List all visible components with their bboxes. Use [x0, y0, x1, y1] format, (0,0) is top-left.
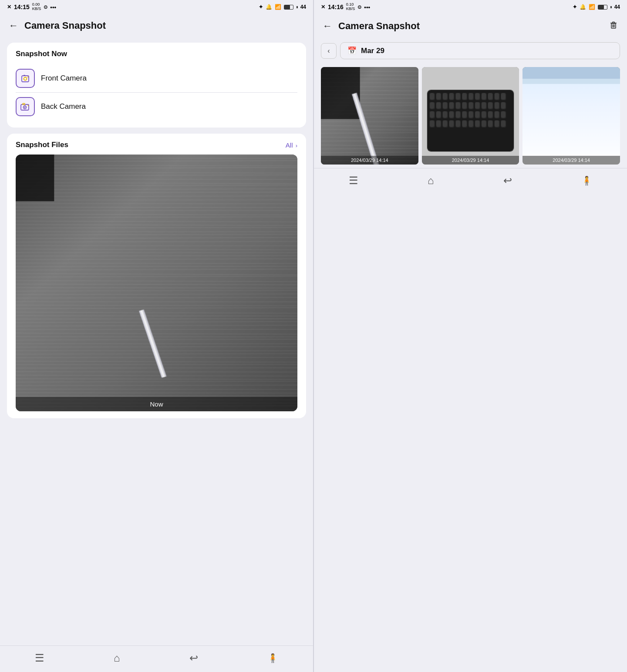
signal-icon: ⊙ [44, 4, 47, 10]
back-nav-icon-right[interactable]: ↩ [503, 175, 512, 187]
alarm-icon: 🔔 [266, 4, 272, 10]
svg-rect-11 [613, 22, 615, 24]
menu-nav-icon-right[interactable]: ☰ [349, 175, 358, 187]
bottom-nav-left: ☰ ⌂ ↩ 🧍 [0, 645, 313, 672]
net-speed-right: 0.10 KB/S [346, 3, 355, 11]
status-bar-right: ✕ 14:16 0.10 KB/S ⊙ ••• ✦ 🔔 📶 44 [314, 0, 627, 14]
wifi-icon: 📶 [275, 4, 281, 10]
trash-icon [609, 20, 618, 30]
snapshot-files-title: Snapshot Files [16, 141, 68, 149]
home-nav-icon-right[interactable]: ⌂ [428, 175, 434, 187]
svg-point-6 [24, 107, 26, 108]
status-right-right: ✦ 🔔 📶 44 [573, 4, 620, 10]
svg-rect-7 [23, 104, 25, 105]
menu-nav-icon-left[interactable]: ☰ [35, 652, 44, 664]
status-left-right: ✕ 14:16 0.10 KB/S ⊙ ••• [321, 3, 370, 11]
status-bar-left: ✕ 14:15 0.00 KB/S ⊙ ••• ✦ 🔔 📶 44 [0, 0, 313, 14]
front-camera-icon [19, 72, 31, 84]
photo-timestamp-2: 2024/03/29 14:14 [522, 156, 620, 165]
photo-grid: 2024/03/29 14:14 2024/03/29 14:14 2024/0… [314, 64, 627, 168]
bluetooth-icon: ✦ [259, 4, 263, 10]
close-icon-right: ✕ [321, 4, 325, 10]
status-time-left: 14:15 [14, 3, 30, 10]
accessibility-nav-icon-left[interactable]: 🧍 [267, 653, 278, 663]
back-camera-label: Back Camera [41, 102, 86, 111]
front-camera-label: Front Camera [41, 74, 87, 83]
photo-thumb-2[interactable]: 2024/03/29 14:14 [522, 67, 620, 165]
photo-thumb-0[interactable]: 2024/03/29 14:14 [321, 67, 418, 165]
trash-button[interactable] [609, 20, 618, 32]
front-camera-icon-wrap [16, 69, 35, 88]
snapshot-files-card: Snapshot Files All › Now [7, 134, 306, 418]
net-speed-left: 0.00 KB/S [32, 3, 41, 11]
svg-point-3 [27, 77, 28, 77]
more-icon-right: ••• [364, 4, 370, 10]
back-button-right[interactable]: ← [323, 20, 332, 32]
content-left: Snapshot Now Front Camera [0, 37, 313, 645]
date-back-button[interactable]: ‹ [321, 43, 337, 59]
svg-rect-2 [24, 75, 25, 76]
status-left: ✕ 14:15 0.00 KB/S ⊙ ••• [7, 3, 56, 11]
battery-tip-right [610, 6, 612, 8]
header-left: ← Camera Snapshot [0, 14, 313, 37]
date-nav: ‹ 📅 Mar 29 [314, 38, 627, 64]
page-title-left: Camera Snapshot [24, 20, 304, 31]
files-header: Snapshot Files All › [16, 141, 297, 149]
more-icon: ••• [50, 4, 56, 10]
svg-point-8 [27, 105, 28, 106]
back-camera-icon [19, 101, 31, 113]
bottom-nav-right: ☰ ⌂ ↩ 🧍 [314, 168, 627, 195]
photo-canvas-0 [321, 67, 418, 165]
battery-label-right: 44 [614, 4, 620, 10]
chevron-right-icon: › [296, 142, 297, 149]
back-button-left[interactable]: ← [9, 20, 18, 31]
date-picker-bar[interactable]: 📅 Mar 29 [340, 42, 620, 59]
home-nav-icon-left[interactable]: ⌂ [114, 652, 120, 664]
snapshot-preview[interactable]: Now [16, 155, 297, 411]
snapshot-canvas [16, 155, 297, 411]
battery-tip-left [297, 6, 298, 8]
signal-icon-right: ⊙ [357, 4, 361, 10]
header-right: ← Camera Snapshot [314, 14, 627, 38]
photo-canvas-1 [422, 67, 519, 165]
accessibility-nav-icon-right[interactable]: 🧍 [581, 175, 592, 186]
status-time-right: 14:16 [328, 3, 344, 10]
bluetooth-icon-right: ✦ [573, 4, 577, 10]
back-nav-icon-left[interactable]: ↩ [189, 652, 198, 664]
wifi-icon-right: 📶 [589, 4, 595, 10]
right-panel: ✕ 14:16 0.10 KB/S ⊙ ••• ✦ 🔔 📶 44 ← Camer… [314, 0, 627, 672]
snapshot-now-title: Snapshot Now [16, 50, 297, 58]
snapshot-now-card: Snapshot Now Front Camera [7, 43, 306, 128]
back-camera-icon-wrap [16, 97, 35, 116]
left-panel: ✕ 14:15 0.00 KB/S ⊙ ••• ✦ 🔔 📶 44 ← Camer… [0, 0, 313, 672]
calendar-icon: 📅 [347, 46, 357, 55]
battery-bar-left [284, 5, 293, 10]
status-right-left: ✦ 🔔 📶 44 [259, 4, 306, 10]
photo-canvas-2 [522, 67, 620, 165]
battery-label-left: 44 [300, 4, 306, 10]
all-link[interactable]: All › [286, 141, 297, 149]
date-label: Mar 29 [361, 47, 384, 55]
photo-timestamp-1: 2024/03/29 14:14 [422, 156, 519, 165]
page-title-right: Camera Snapshot [338, 20, 603, 32]
photo-timestamp-0: 2024/03/29 14:14 [321, 156, 418, 165]
svg-point-1 [24, 77, 27, 81]
battery-bar-right [598, 5, 607, 10]
front-camera-option[interactable]: Front Camera [16, 64, 297, 92]
alarm-icon-right: 🔔 [580, 4, 586, 10]
back-camera-option[interactable]: Back Camera [16, 92, 297, 121]
close-icon: ✕ [7, 4, 11, 10]
snapshot-label: Now [16, 397, 297, 411]
photo-thumb-1[interactable]: 2024/03/29 14:14 [422, 67, 519, 165]
